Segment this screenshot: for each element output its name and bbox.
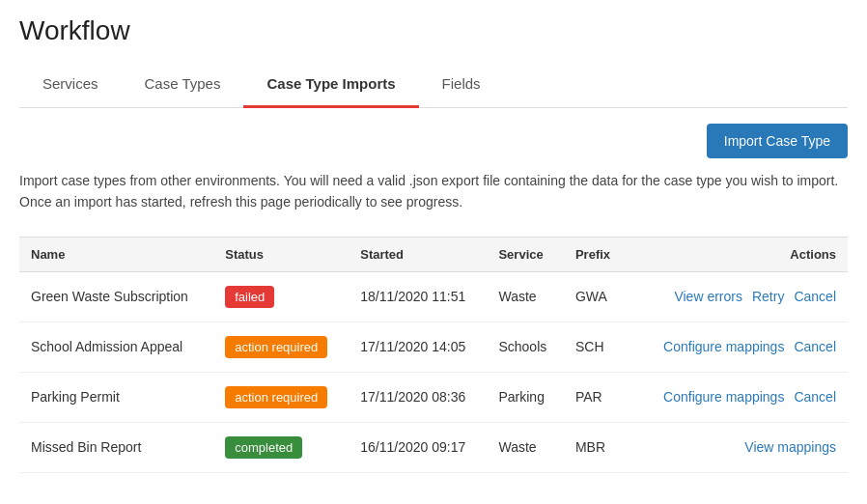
- table-row: Parking Permitaction required17/11/2020 …: [19, 372, 848, 422]
- row-name: Missed Bin Report: [19, 422, 213, 472]
- row-actions: Configure mappingsCancel: [627, 372, 848, 422]
- row-name: Green Waste Subscription: [19, 271, 213, 322]
- import-case-type-button[interactable]: Import Case Type: [707, 124, 848, 158]
- toolbar: Import Case Type: [19, 108, 848, 170]
- status-badge: failed: [225, 286, 274, 308]
- row-service: Waste: [487, 422, 563, 472]
- row-service: Schools: [487, 322, 563, 372]
- tab-case-type-imports[interactable]: Case Type Imports: [243, 62, 418, 108]
- page-title: Workflow: [19, 15, 848, 46]
- row-service: Waste: [487, 271, 563, 322]
- col-status: Status: [213, 237, 349, 271]
- tab-fields[interactable]: Fields: [419, 62, 504, 108]
- row-started: 17/11/2020 08:36: [349, 372, 487, 422]
- col-name: Name: [19, 237, 213, 271]
- action-configure-mappings[interactable]: Configure mappings: [663, 389, 784, 405]
- col-prefix: Prefix: [564, 237, 627, 271]
- action-view-mappings[interactable]: View mappings: [744, 439, 836, 455]
- row-status: completed: [213, 422, 349, 472]
- tab-services[interactable]: Services: [19, 62, 122, 108]
- col-service: Service: [487, 237, 563, 271]
- table-header-row: Name Status Started Service Prefix Actio…: [19, 237, 848, 271]
- status-badge: completed: [225, 436, 302, 459]
- table-row: Missed Bin Reportcompleted16/11/2020 09:…: [19, 422, 848, 472]
- row-status: action required: [213, 372, 349, 422]
- action-cancel[interactable]: Cancel: [794, 339, 836, 354]
- row-prefix: PAR: [564, 372, 627, 422]
- table-row: Green Waste Subscriptionfailed18/11/2020…: [19, 271, 848, 322]
- row-name: Parking Permit: [19, 372, 213, 422]
- row-name: School Admission Appeal: [19, 322, 213, 372]
- row-status: failed: [213, 271, 349, 322]
- row-started: 16/11/2020 09:17: [349, 422, 487, 472]
- row-actions: View mappings: [627, 422, 848, 472]
- row-started: 17/11/2020 14:05: [349, 322, 487, 372]
- col-actions: Actions: [627, 237, 848, 271]
- action-retry[interactable]: Retry: [752, 289, 784, 304]
- status-badge: action required: [225, 336, 327, 358]
- row-actions: View errorsRetryCancel: [627, 271, 848, 322]
- page-description: Import case types from other environment…: [19, 170, 848, 213]
- status-badge: action required: [225, 386, 327, 408]
- action-cancel[interactable]: Cancel: [794, 289, 836, 304]
- action-configure-mappings[interactable]: Configure mappings: [663, 339, 784, 354]
- tab-case-types[interactable]: Case Types: [122, 62, 244, 108]
- row-prefix: MBR: [564, 422, 627, 472]
- action-view-errors[interactable]: View errors: [674, 289, 742, 304]
- tab-bar: Services Case Types Case Type Imports Fi…: [19, 62, 848, 108]
- col-started: Started: [349, 237, 487, 271]
- imports-table: Name Status Started Service Prefix Actio…: [19, 237, 848, 473]
- row-prefix: GWA: [564, 271, 627, 322]
- table-row: School Admission Appealaction required17…: [19, 322, 848, 372]
- row-service: Parking: [487, 372, 563, 422]
- row-prefix: SCH: [564, 322, 627, 372]
- row-started: 18/11/2020 11:51: [349, 271, 487, 322]
- action-cancel[interactable]: Cancel: [794, 389, 836, 405]
- row-actions: Configure mappingsCancel: [627, 322, 848, 372]
- row-status: action required: [213, 322, 349, 372]
